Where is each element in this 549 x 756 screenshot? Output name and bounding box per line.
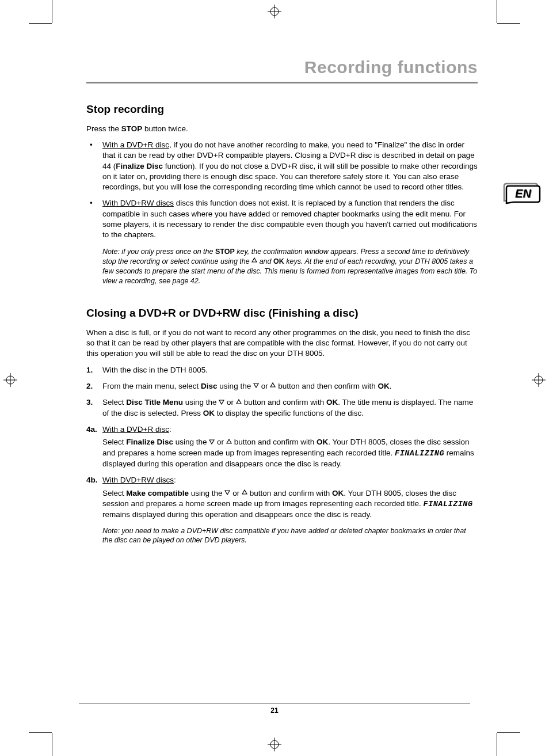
registration-mark-icon — [532, 373, 546, 387]
text: or — [259, 382, 270, 390]
text-bold: OK — [317, 438, 328, 446]
up-arrow-icon — [236, 397, 242, 408]
down-arrow-icon — [209, 437, 215, 447]
paragraph: When a disc is full, or if you do not wa… — [86, 328, 478, 359]
text: Press the — [86, 124, 121, 133]
crop-mark-icon — [52, 0, 52, 23]
text: : — [169, 425, 171, 434]
text: . — [390, 382, 392, 390]
list-item: 2. From the main menu, select Disc using… — [86, 381, 478, 392]
registration-mark-icon — [3, 373, 17, 387]
list-item: With DVD+RW discs discs this function do… — [86, 198, 478, 240]
text-bold: OK — [326, 398, 338, 407]
step-number: 4b. — [86, 475, 102, 485]
text: button twice. — [142, 124, 188, 133]
text: button and confirm with — [232, 438, 317, 446]
page-number-text: 21 — [270, 706, 278, 715]
list-item: With a DVD+R disc, if you do not have an… — [86, 140, 478, 192]
paragraph: Press the STOP button twice. — [86, 124, 478, 134]
crop-mark-icon — [52, 733, 52, 756]
text-bold: Make compatible — [126, 489, 189, 497]
down-arrow-icon — [224, 488, 230, 498]
text-underline: With DVD+RW discs — [102, 199, 174, 207]
list-item: 1. With the disc in the DTH 8005. — [86, 365, 478, 375]
text: or — [224, 398, 236, 407]
text: button and confirm with — [247, 489, 332, 497]
language-badge-text: EN — [515, 187, 531, 200]
text-bold: OK — [273, 257, 284, 265]
down-arrow-icon — [253, 381, 259, 391]
text-bold: OK — [378, 382, 390, 390]
up-arrow-icon — [242, 488, 247, 498]
crop-mark-icon — [29, 732, 52, 733]
text-bold: Disc Title Menu — [126, 398, 183, 407]
crop-mark-icon — [497, 733, 497, 756]
text: to display the specific functions of the… — [215, 409, 364, 417]
crop-mark-icon — [497, 0, 497, 23]
step-number: 1. — [86, 365, 93, 375]
step-number: 3. — [86, 397, 93, 408]
section-title: Recording functions — [304, 58, 478, 77]
heading-closing-disc: Closing a DVD+R or DVD+RW disc (Finishin… — [86, 307, 478, 320]
page-number: 21 — [0, 704, 549, 715]
crop-mark-icon — [497, 23, 520, 24]
paragraph: Select Finalize Disc using the or button… — [86, 437, 478, 469]
text: With the disc in the DTH 8005. — [102, 366, 208, 374]
note-text: Note: if you only press once on the STOP… — [102, 247, 478, 286]
crop-mark-icon — [497, 732, 520, 733]
text: or — [215, 438, 226, 446]
text-bold: Finalize Disc — [126, 438, 173, 446]
registration-mark-icon — [268, 738, 281, 751]
text-bold: STOP — [121, 124, 143, 133]
up-arrow-icon — [251, 256, 257, 266]
down-arrow-icon — [219, 397, 224, 408]
text-bold: Disc — [201, 382, 218, 390]
content-area: Recording functions Stop recording Press… — [86, 58, 478, 545]
text: button and confirm with — [242, 398, 326, 407]
paragraph: Select Make compatible using the or butt… — [86, 488, 478, 521]
crop-mark-icon — [29, 23, 52, 24]
display-text: FINALIZING — [395, 449, 444, 458]
text: Select — [102, 398, 126, 407]
ordered-list: 1. With the disc in the DTH 8005. 2. Fro… — [86, 365, 478, 419]
note-text: Note: you need to make a DVD+RW disc com… — [102, 526, 478, 546]
text: or — [230, 489, 242, 497]
text: Select — [102, 489, 126, 497]
list-item: 4b.With DVD+RW discs: — [86, 475, 478, 485]
text: and — [257, 257, 273, 265]
text: remains displayed during this operation … — [102, 510, 372, 519]
section-header: Recording functions — [86, 58, 478, 83]
text: using the — [173, 438, 209, 446]
text: From the main menu, select — [102, 382, 201, 390]
text: Select — [102, 438, 126, 446]
list-item: 3. Select Disc Title Menu using the or b… — [86, 397, 478, 419]
text-bold: OK — [203, 409, 215, 417]
text-underline: With a DVD+R disc — [102, 425, 169, 434]
page: Recording functions Stop recording Press… — [0, 0, 549, 756]
text-underline: With DVD+RW discs — [102, 476, 174, 484]
text: using the — [218, 382, 253, 390]
text: button and then confirm with — [276, 382, 378, 390]
text: using the — [189, 489, 224, 497]
text-bold: OK — [332, 489, 344, 497]
up-arrow-icon — [226, 437, 232, 447]
text: Note: if you only press once on the — [102, 248, 215, 256]
text: : — [174, 476, 176, 484]
heading-stop-recording: Stop recording — [86, 103, 478, 116]
registration-mark-icon — [268, 5, 281, 18]
language-badge: EN EN — [503, 181, 541, 204]
display-text: FINALIZING — [424, 500, 473, 508]
step-number: 4a. — [86, 424, 102, 435]
up-arrow-icon — [270, 381, 276, 391]
text-bold: STOP — [215, 248, 235, 256]
text-bold: Finalize Disc — [116, 162, 163, 170]
text-underline: With a DVD+R disc — [102, 140, 169, 149]
step-number: 2. — [86, 381, 93, 392]
bullet-list: With a DVD+R disc, if you do not have an… — [86, 140, 478, 240]
text: using the — [183, 398, 219, 407]
list-item: 4a.With a DVD+R disc: — [86, 424, 478, 435]
